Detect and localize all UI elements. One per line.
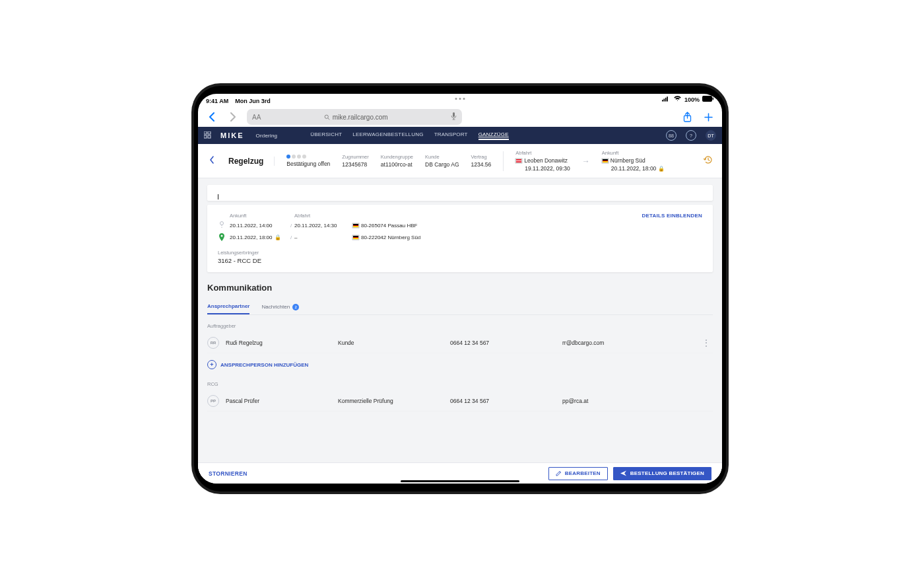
contact-email: pp@rca.at — [562, 398, 700, 404]
contact-email: rr@dbcargo.com — [562, 340, 700, 346]
user-avatar[interactable]: DT — [706, 130, 716, 141]
page-title: Regelzug — [228, 157, 275, 166]
share-icon[interactable] — [680, 112, 694, 123]
app-navbar: MIKE Ordering ÜBERSICHT LEERWAGENBESTELL… — [198, 127, 722, 144]
svg-line-7 — [328, 118, 329, 120]
page-header: Regelzug Bestätigung offen Zugnummer 123… — [198, 144, 722, 178]
signal-icon — [662, 94, 671, 104]
tablet-frame: 9:41 AM Mon Jun 3rd 100% — [191, 83, 729, 494]
tab-messages[interactable]: Nachrichten 2 — [261, 299, 299, 314]
plus-icon: + — [207, 360, 216, 369]
device-statusbar: 9:41 AM Mon Jun 3rd 100% — [198, 94, 722, 104]
nav-tab-emptywagons[interactable]: LEERWAGENBESTELLUNG — [352, 131, 423, 140]
waypoint-icon — [218, 221, 226, 230]
page: Regelzug Bestätigung offen Zugnummer 123… — [198, 144, 722, 484]
multitask-dots[interactable] — [455, 98, 465, 100]
meta-kundengruppe: Kundengruppe at1100rco-at — [381, 154, 413, 168]
lock-icon: 🔒 — [275, 235, 281, 240]
home-indicator[interactable] — [401, 480, 519, 482]
browser-toolbar: AA mike.railcargo.com — [198, 107, 722, 127]
section-title-communication: Kommunikation — [207, 283, 713, 293]
url-bar[interactable]: AA mike.railcargo.com — [247, 109, 462, 125]
status-col: Bestätigung offen — [286, 155, 330, 167]
flag-at-icon — [515, 159, 522, 163]
route-header-row: Ankunft Abfahrt — [218, 213, 702, 221]
svg-point-6 — [325, 115, 328, 118]
messages-badge: 2 — [292, 304, 299, 310]
communication-tabs: Ansprechpartner Nachrichten 2 — [207, 299, 713, 315]
lock-icon: 🔒 — [658, 166, 665, 172]
meta-zugnummer: Zugnummer 12345678 — [342, 154, 368, 168]
mic-icon[interactable] — [451, 112, 457, 122]
contact-phone: 0664 12 34 567 — [450, 398, 562, 404]
route-row-1: 20.11.2022, 14:00 / 20.11.2022, 14:30 80… — [218, 221, 702, 230]
flag-de-icon — [352, 235, 359, 240]
new-tab-icon[interactable] — [701, 112, 715, 122]
browser-forward — [226, 110, 240, 124]
status-pills — [286, 155, 330, 159]
svg-rect-12 — [204, 135, 207, 138]
contact-role: Kunde — [338, 340, 450, 346]
svg-rect-11 — [208, 131, 211, 134]
wifi-icon — [673, 94, 682, 104]
history-icon[interactable] — [704, 155, 713, 166]
contact-name: Pascal Prüfer — [226, 398, 338, 404]
send-icon — [620, 470, 627, 476]
avatar: PP — [207, 395, 219, 407]
nav-tab-overview[interactable]: ÜBERSICHT — [310, 131, 342, 140]
app-logo: MIKE — [220, 131, 244, 139]
confirm-button[interactable]: BESTELLUNG BESTÄTIGEN — [613, 467, 711, 480]
svg-rect-13 — [208, 135, 211, 138]
meta-kunde: Kunde DB Cargo AG — [425, 154, 459, 168]
contact-row-rcg: PP Pascal Prüfer Kommerzielle Prüfung 06… — [207, 391, 713, 412]
flag-de-icon — [602, 159, 609, 163]
contact-name: Rudi Regelzug — [226, 340, 338, 346]
nav-tab-ganzzuege[interactable]: GANZZÜGE — [478, 131, 509, 140]
meta-vertrag: Vertrag 1234.56 — [471, 154, 492, 168]
tab-contacts[interactable]: Ansprechpartner — [207, 299, 249, 314]
screen: 9:41 AM Mon Jun 3rd 100% — [198, 94, 722, 484]
pencil-icon — [556, 470, 562, 476]
browser-back[interactable] — [205, 110, 219, 124]
contact-row-client: RR Rudi Regelzug Kunde 0664 12 34 567 rr… — [207, 333, 713, 353]
svg-rect-0 — [662, 100, 663, 101]
route-row-2: 20.11.2022, 18:00🔒 / – 80-222042 Nürnber… — [218, 233, 702, 242]
route-arrow-icon: → — [582, 157, 590, 166]
date: Mon Jun 3rd — [235, 98, 271, 104]
nav-tab-transport[interactable]: TRANSPORT — [434, 131, 468, 140]
cancel-button[interactable]: STORNIEREN — [209, 470, 248, 477]
details-toggle[interactable]: DETAILS EINBLENDEN — [642, 213, 702, 219]
nav-tabs: ÜBERSICHT LEERWAGENBESTELLUNG TRANSPORT … — [310, 131, 508, 140]
departure-col: Abfahrt Leoben Donawitz 19.11.2022, 09:3… — [515, 150, 570, 172]
status-label: Bestätigung offen — [286, 161, 330, 167]
svg-rect-5 — [713, 98, 714, 100]
svg-rect-8 — [453, 112, 455, 117]
contact-phone: 0664 12 34 567 — [450, 340, 562, 346]
url-text: mike.railcargo.com — [333, 114, 388, 121]
svg-rect-4 — [702, 96, 712, 102]
group-label-rcg: RCG — [207, 381, 713, 387]
avatar: RR — [207, 337, 219, 349]
back-button[interactable] — [207, 156, 216, 166]
nav-counter-icon[interactable]: 88 — [666, 130, 676, 141]
textsize-button[interactable]: AA — [252, 114, 261, 121]
contact-role: Kommerzielle Prüfung — [338, 398, 450, 404]
contact-menu-icon[interactable]: ⋮ — [700, 338, 713, 347]
app-subtitle: Ordering — [256, 133, 278, 139]
destination-pin-icon — [218, 233, 226, 242]
app-grid-icon[interactable] — [204, 131, 211, 140]
battery-icon — [702, 96, 714, 103]
clock: 9:41 AM — [206, 98, 228, 104]
search-icon — [324, 114, 330, 120]
svg-rect-10 — [204, 131, 207, 134]
svg-rect-3 — [667, 96, 668, 101]
help-icon[interactable]: ? — [686, 130, 696, 141]
edit-button[interactable]: BEARBEITEN — [548, 467, 608, 480]
svg-point-14 — [220, 222, 224, 225]
svg-point-16 — [221, 235, 223, 237]
collapsed-card[interactable] — [207, 185, 713, 201]
arrival-col: Ankunft Nürnberg Süd 20.11.2022, 18:00🔒 — [602, 150, 665, 172]
flag-de-icon — [352, 223, 359, 228]
add-contact-button[interactable]: + ANSPRECHPERSON HINZUFÜGEN — [207, 360, 713, 369]
route-card: DETAILS EINBLENDEN Ankunft Abfahrt 20.11… — [207, 205, 713, 272]
